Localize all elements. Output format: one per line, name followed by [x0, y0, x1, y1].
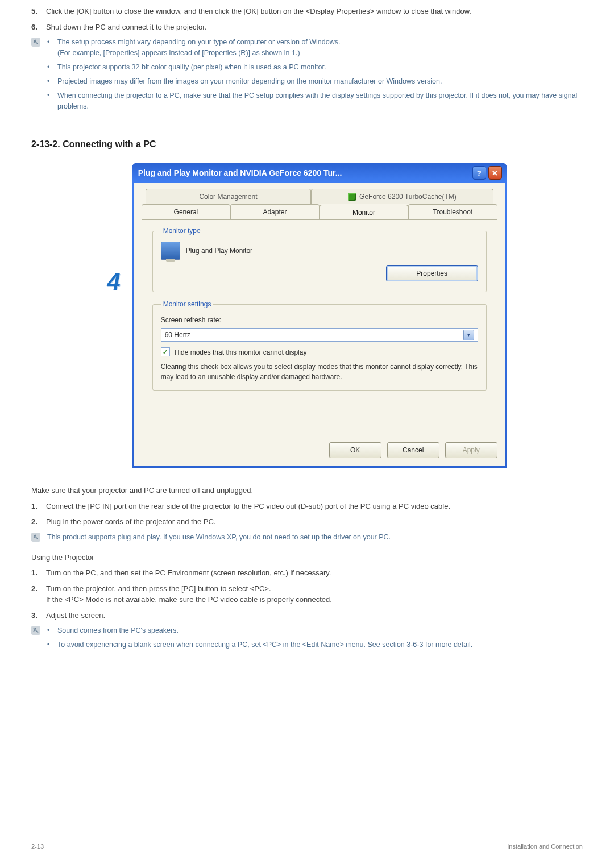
- step-1b: 1. Turn on the PC, and then set the PC E…: [31, 567, 583, 579]
- note-text: The setup process might vary depending o…: [57, 37, 583, 48]
- step-text: Adjust the screen.: [46, 610, 583, 621]
- fieldset-monitor-type: Monitor type Plug and Play Monitor Prope…: [152, 226, 487, 292]
- sub-heading: Using the Projector: [31, 552, 583, 563]
- step-text: Plug in the power cords of the projector…: [46, 516, 583, 528]
- xp-titlebar: Plug and Play Monitor and NVIDIA GeForce…: [134, 164, 505, 183]
- tab-monitor[interactable]: Monitor: [320, 205, 409, 220]
- hide-modes-desc: Clearing this check box allows you to se…: [161, 362, 478, 382]
- tab-row-back: Color Management GeForce 6200 TurboCache…: [142, 189, 497, 204]
- step-text: Shut down the PC and connect it to the p…: [46, 22, 583, 33]
- close-button[interactable]: ✕: [488, 166, 502, 180]
- step-1: 1. Connect the [PC IN] port on the rear …: [31, 501, 583, 512]
- bullet-icon: •: [47, 90, 57, 112]
- footer-right: Installation and Connection: [507, 842, 583, 852]
- step-6: 6. Shut down the PC and connect it to th…: [31, 22, 583, 33]
- note-list: • The setup process might vary depending…: [47, 37, 583, 115]
- step-5: 5. Click the [OK] button to close the wi…: [31, 6, 583, 17]
- step-number: 1.: [31, 501, 46, 512]
- ok-button[interactable]: OK: [329, 442, 381, 458]
- xp-window-title: Plug and Play Monitor and NVIDIA GeForce…: [138, 167, 472, 179]
- step-3b: 3. Adjust the screen.: [31, 610, 583, 621]
- dialog-button-row: OK Cancel Apply: [142, 442, 497, 458]
- hide-modes-label: Hide modes that this monitor cannot disp…: [175, 347, 307, 358]
- tab-label: GeForce 6200 TurboCache(TM): [359, 192, 457, 202]
- tab-geforce[interactable]: GeForce 6200 TurboCache(TM): [311, 189, 493, 204]
- note-list: • Sound comes from the PC's speakers. • …: [47, 625, 583, 654]
- footer-left: 2-13: [31, 842, 44, 852]
- note-item: • This projector supports 32 bit color q…: [47, 62, 583, 73]
- note-text: Sound comes from the PC's speakers.: [57, 625, 583, 636]
- bullet-icon: •: [47, 625, 57, 636]
- step-number: 5.: [31, 6, 46, 17]
- note-icon: [31, 37, 47, 115]
- xp-body: Color Management GeForce 6200 TurboCache…: [134, 183, 505, 466]
- apply-button[interactable]: Apply: [445, 442, 497, 458]
- note-text: When connecting the projector to a PC, m…: [57, 90, 583, 112]
- tab-adapter[interactable]: Adapter: [230, 204, 320, 219]
- note-icon: [31, 532, 47, 546]
- section-heading: 2-13-2. Connecting with a PC: [31, 138, 583, 151]
- note-text: (For example, [Properties] appears inste…: [57, 48, 583, 59]
- note-text: To avoid experiencing a blank screen whe…: [57, 639, 583, 650]
- tab-general[interactable]: General: [142, 204, 231, 219]
- help-button[interactable]: ?: [472, 166, 486, 180]
- note-item: • To avoid experiencing a blank screen w…: [47, 639, 583, 650]
- note-item: • Sound comes from the PC's speakers.: [47, 625, 583, 636]
- note-item: • The setup process might vary depending…: [47, 37, 583, 59]
- note-item: • Projected images may differ from the i…: [47, 76, 583, 87]
- xp-window: Plug and Play Monitor and NVIDIA GeForce…: [132, 163, 507, 468]
- note-item: • When connecting the projector to a PC,…: [47, 90, 583, 112]
- note-block-2: This product supports plug and play. If …: [31, 532, 583, 546]
- note-text: Projected images may differ from the ima…: [57, 76, 583, 87]
- refresh-rate-value: 60 Hertz: [165, 330, 190, 340]
- monitor-icon: [161, 242, 180, 260]
- bullet-icon: •: [47, 62, 57, 73]
- refresh-rate-select[interactable]: 60 Hertz ▾: [161, 328, 478, 342]
- step-text: Connect the [PC IN] port on the rear sid…: [46, 501, 583, 512]
- note-text: This product supports plug and play. If …: [47, 532, 583, 543]
- step-number: 1.: [31, 567, 46, 579]
- fieldset-monitor-settings: Monitor settings Screen refresh rate: 60…: [152, 299, 487, 391]
- dialog-figure: 4 Plug and Play Monitor and NVIDIA GeFor…: [31, 163, 583, 468]
- step-number: 2.: [31, 516, 46, 528]
- monitor-name: Plug and Play Monitor: [186, 246, 252, 256]
- nvidia-icon: [348, 193, 356, 201]
- note-icon: [31, 625, 47, 654]
- bullet-icon: •: [47, 37, 57, 59]
- note-block-1: • The setup process might vary depending…: [31, 37, 583, 115]
- legend-monitor-settings: Monitor settings: [161, 299, 214, 309]
- step-marker-4: 4: [107, 264, 120, 300]
- page-footer: 2-13 Installation and Connection: [31, 837, 583, 852]
- refresh-rate-label: Screen refresh rate:: [161, 315, 478, 325]
- note-item: This product supports plug and play. If …: [47, 532, 583, 543]
- bullet-icon: •: [47, 639, 57, 650]
- chevron-down-icon: ▾: [463, 330, 474, 340]
- note-text: This projector supports 32 bit color qua…: [57, 62, 583, 73]
- paragraph: Make sure that your projector and PC are…: [31, 485, 583, 496]
- properties-button[interactable]: Properties: [386, 265, 478, 281]
- tab-content-monitor: Monitor type Plug and Play Monitor Prope…: [142, 219, 497, 435]
- step-2: 2. Plug in the power cords of the projec…: [31, 516, 583, 528]
- step-text: Turn on the PC, and then set the PC Envi…: [46, 567, 583, 579]
- step-number: 6.: [31, 22, 46, 33]
- step-text: Turn on the projector, and then press th…: [46, 583, 583, 605]
- tab-row-front: General Adapter Monitor Troubleshoot: [142, 204, 497, 219]
- step-number: 3.: [31, 610, 46, 621]
- step-2b: 2. Turn on the projector, and then press…: [31, 583, 583, 605]
- cancel-button[interactable]: Cancel: [387, 442, 439, 458]
- tab-color-management[interactable]: Color Management: [146, 189, 312, 204]
- step-text: Click the [OK] button to close the windo…: [46, 6, 583, 17]
- legend-monitor-type: Monitor type: [161, 226, 203, 236]
- step-number: 2.: [31, 583, 46, 605]
- note-block-3: • Sound comes from the PC's speakers. • …: [31, 625, 583, 654]
- hide-modes-checkbox[interactable]: ✓: [161, 347, 170, 356]
- bullet-icon: •: [47, 76, 57, 87]
- tab-troubleshoot[interactable]: Troubleshoot: [408, 204, 497, 219]
